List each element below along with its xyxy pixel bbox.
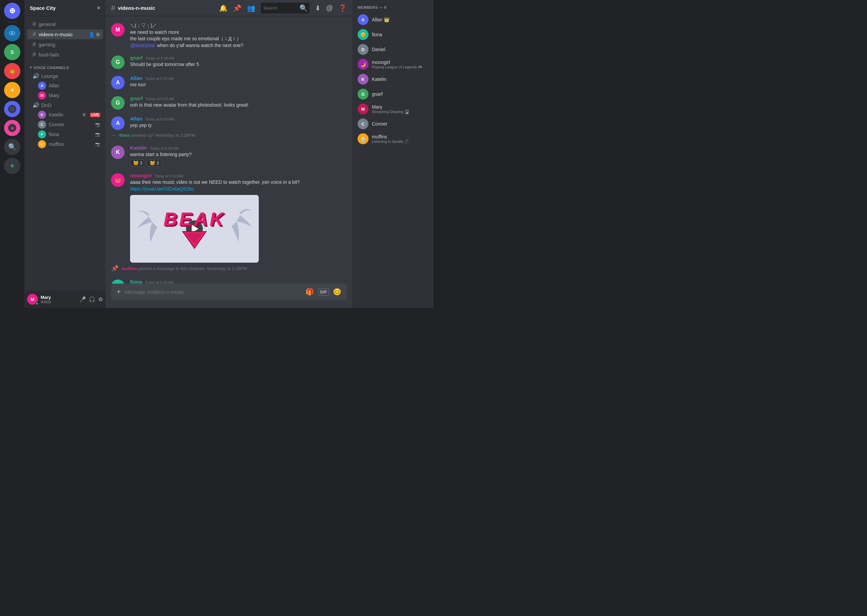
server-divider — [7, 22, 17, 22]
discord-home-icon[interactable]: ⊕ — [4, 3, 20, 19]
bell-icon[interactable]: 🔔 — [219, 4, 228, 12]
message-avatar: 😊 — [111, 280, 124, 284]
member-item-mary[interactable]: M Mary Streaming Drawing 🖥️ — [355, 102, 431, 116]
emoji-icon[interactable]: 😊 — [333, 288, 341, 296]
screen-share-icon: 🖥 — [82, 112, 86, 117]
message-time: Today at 9:18 AM — [145, 117, 174, 121]
server-icon-2[interactable]: S — [4, 44, 20, 60]
message-1: M ＼(；▽；)／ we need to watch more the last… — [105, 22, 352, 49]
voice-channel-lounge[interactable]: 🔊 Lounge — [27, 71, 103, 80]
voice-channels-header[interactable]: ▾ Voice Channels — [24, 60, 105, 71]
member-item-conner[interactable]: C Conner — [355, 116, 431, 131]
voice-member-muffins[interactable]: U muffins 📷 — [27, 140, 103, 149]
server-icon-space-city[interactable] — [4, 25, 20, 41]
message-username[interactable]: gnarf — [130, 55, 143, 61]
member-info: Katelin — [372, 77, 428, 82]
member-name: Conner — [372, 121, 428, 127]
voice-member-katelin[interactable]: K Katelin 🖥 LIVE — [27, 110, 103, 119]
message-4: G gnarf Today at 9:18 AM ooh is that new… — [105, 93, 352, 110]
attach-file-icon[interactable]: + — [116, 284, 121, 300]
member-name: fiona — [49, 132, 59, 137]
voice-channel-dnd[interactable]: 🔊 DnD — [27, 101, 103, 110]
gif-button[interactable]: GIF — [318, 288, 329, 295]
voice-member-fiona[interactable]: F fiona 📷 — [27, 130, 103, 139]
message-input-area: + 🎁 GIF 😊 — [105, 284, 352, 308]
channel-item-general[interactable]: # general — [27, 19, 103, 29]
settings-icon[interactable]: ⚙ — [96, 32, 100, 37]
member-item-fiona[interactable]: 😊 fiona — [355, 27, 431, 42]
add-server-icon[interactable]: + — [4, 158, 20, 174]
pin-icon[interactable]: 📌 — [233, 4, 241, 12]
avatar: U — [38, 140, 46, 148]
voice-member-mary[interactable]: M Mary — [27, 91, 103, 100]
video-embed[interactable]: BEAK — [130, 195, 259, 262]
member-name: Allan — [49, 83, 59, 88]
channel-item-gaming[interactable]: # gaming — [27, 39, 103, 49]
server-name-header[interactable]: Space City ✕ — [24, 0, 105, 16]
voice-member-allan[interactable]: A Allan — [27, 81, 103, 90]
member-item-allan[interactable]: A Allan 👑 — [355, 12, 431, 27]
microphone-icon[interactable]: 🎤 — [79, 296, 86, 303]
reaction-emoji: 🐱 — [133, 160, 138, 165]
reaction-1[interactable]: 🐱 3 — [130, 159, 145, 167]
message-username[interactable]: moongirl — [130, 173, 152, 178]
server-icon-3[interactable]: 🐸 — [4, 63, 20, 79]
mention-icon[interactable]: @ — [326, 4, 333, 12]
members-icon[interactable]: 👥 — [247, 4, 255, 12]
channel-item-videos-n-music[interactable]: # videos-n-music 👤 ⚙ — [27, 30, 103, 39]
member-avatar: 🌙 — [358, 59, 368, 70]
avatar: F — [38, 130, 46, 138]
server-icon-6[interactable]: ★ — [4, 120, 20, 136]
download-icon[interactable]: ⬇ — [315, 4, 321, 12]
member-item-muffins[interactable]: 🧁 muffins Listening to Spotify 🎵 — [355, 131, 431, 146]
server-icon-5[interactable]: ⬡ — [4, 101, 20, 117]
message-username[interactable]: gnarf — [130, 96, 143, 101]
gift-icon[interactable]: 🎁 — [305, 288, 314, 296]
member-item-daniel[interactable]: D Daniel — [355, 42, 431, 57]
add-member-icon[interactable]: 👤 — [89, 32, 94, 37]
message-header: fiona Today at 9:18 AM — [130, 279, 347, 284]
member-name: Mary — [49, 93, 59, 98]
message-username[interactable]: fiona — [130, 279, 142, 284]
voice-member-conner[interactable]: C Conner 📷 — [27, 120, 103, 129]
voice-channel-name: Lounge — [41, 73, 58, 79]
reaction-2[interactable]: 🐱 3 — [146, 159, 162, 167]
search-input[interactable] — [263, 5, 297, 11]
message-input[interactable] — [125, 285, 301, 299]
message-5: A Allan Today at 9:18 AM yep yep ty — [105, 113, 352, 130]
system-message-join: → fiona showed up! Yesterday at 2:38PM — [105, 130, 352, 140]
message-2: G gnarf Today at 9:18 AM Should be good … — [105, 52, 352, 70]
user-avatar[interactable]: M — [27, 294, 38, 305]
message-username[interactable]: Katelin — [130, 145, 147, 151]
svg-text:🐸: 🐸 — [10, 69, 15, 74]
search-icon: 🔍 — [299, 4, 308, 12]
chevron-down-icon: ✕ — [97, 6, 100, 11]
avatar: M — [38, 91, 46, 99]
headphones-icon[interactable]: 🎧 — [89, 296, 96, 303]
server-icon-4[interactable]: 4 — [4, 82, 20, 98]
member-item-gnarf[interactable]: G gnarf — [355, 86, 431, 102]
member-item-katelin[interactable]: K Katelin — [355, 72, 431, 86]
footer-username: Mary — [41, 295, 77, 300]
member-name: moongirl — [372, 60, 428, 65]
message-username[interactable]: Allan — [130, 116, 143, 121]
help-icon[interactable]: ❓ — [338, 4, 347, 12]
search-box[interactable]: 🔍 — [261, 3, 310, 14]
user-settings-icon[interactable]: ⚙ — [98, 296, 103, 303]
pin-icon: 📌 — [111, 265, 118, 272]
camera-icon: 📷 — [95, 142, 100, 146]
message-10: 😊 fiona Today at 9:18 AM wait have you s… — [105, 276, 352, 284]
member-avatar: C — [358, 118, 368, 129]
input-actions: 🎁 GIF 😊 — [305, 288, 341, 296]
explore-icon[interactable]: 🔍 — [4, 139, 20, 155]
member-item-moongirl[interactable]: 🌙 moongirl Playing League of Legends 🎮 — [355, 57, 431, 72]
member-info: moongirl Playing League of Legends 🎮 — [372, 60, 428, 69]
message-username[interactable]: Allan — [130, 75, 143, 81]
pin-time: Yesterday at 2:38PM — [206, 266, 247, 271]
reaction-count: 3 — [140, 160, 142, 165]
message-3: A Allan Today at 9:18 AM me too! — [105, 72, 352, 90]
reactions: 🐱 3 🐱 3 — [130, 159, 347, 167]
message-time: Today at 9:18 AM — [154, 174, 183, 178]
channel-item-food-fails[interactable]: # food-fails — [27, 50, 103, 60]
video-link[interactable]: https://youtu.be/OiDx6aQ928o — [130, 186, 194, 192]
